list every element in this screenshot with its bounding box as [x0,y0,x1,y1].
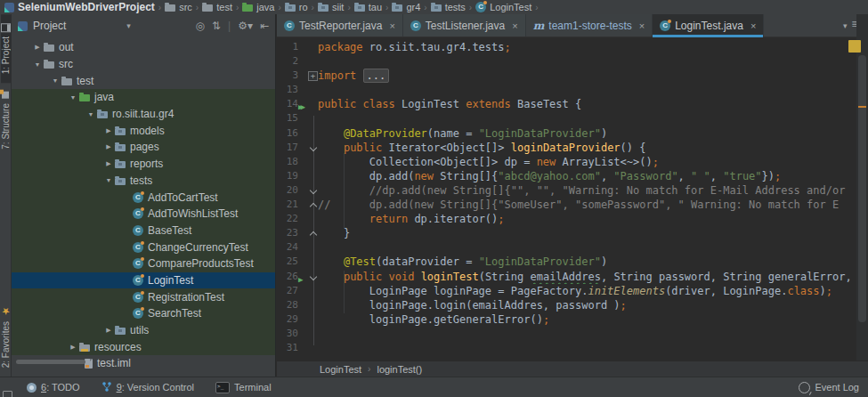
code-line-1[interactable]: 1package ro.siit.tau.gr4.tests; [277,40,868,54]
breadcrumb-item-src[interactable]: src [165,2,192,12]
tree-item-src[interactable]: ▼src [12,56,275,73]
breadcrumb-element-logintest[interactable]: loginTest() [377,364,422,375]
tree-item-addtowishlisttest[interactable]: AddToWishListTest [12,206,275,223]
code-line-19[interactable]: 19 dp.add(new String[]{"abcd@yahoo.com",… [277,169,868,183]
code-line-14[interactable]: 14▶▶public class LoginTest extends BaseT… [277,97,868,111]
breadcrumb-item-tests[interactable]: tests [431,2,466,12]
breadcrumb-item-SeleniumWebDriverProject[interactable]: SeleniumWebDriverProject [4,1,155,13]
editor-tab-logintest-java[interactable]: LoginTest.java× [653,14,764,36]
chevron-collapsed-icon[interactable]: ▶ [67,344,79,351]
code-line-21[interactable]: 21// dp.add(new String[]{"SomeUser", "so… [277,198,868,212]
chevron-down-icon[interactable]: ▾ [126,21,131,30]
code-line-18[interactable]: 18 Collection<Object[]> dp = new ArrayLi… [277,155,868,169]
warning-stripe-mark[interactable] [858,106,866,108]
code-line-13[interactable]: 13 [277,83,868,97]
code-line-28[interactable]: 28 loginPage.login(emailAddres, password… [277,298,868,312]
code-line-29[interactable]: 29 loginPage.getGeneralError(); [277,312,868,327]
code-line-23[interactable]: 23 } [277,226,868,240]
tree-item-logintest[interactable]: LoginTest [12,272,275,289]
chevron-expanded-icon[interactable]: ▼ [102,177,115,183]
close-icon[interactable]: × [639,20,645,31]
tree-item-changecurrencytest[interactable]: ChangeCurrencyTest [12,239,275,255]
chevron-collapsed-icon[interactable]: ▶ [102,127,115,134]
chevron-right-icon: › [385,3,388,12]
tree-item-utils[interactable]: ▶utils [12,322,275,339]
stripe-button--project[interactable]: 1: Project [1,14,11,83]
tree-item-tests[interactable]: ▼tests [12,173,275,190]
code-line-26[interactable]: 26▶ public void loginTest(String emailAd… [277,270,868,284]
status-todo[interactable]: 6: TODO [27,382,80,393]
tree-item-searchtest[interactable]: SearchTest [12,305,275,322]
chevron-collapsed-icon[interactable]: ▶ [102,327,115,334]
stripe-button--favorites[interactable]: 2: Favorites [1,296,11,377]
fold-end-icon[interactable] [310,231,317,239]
fold-collapse-icon[interactable] [310,187,317,194]
breadcrumb-item-ro[interactable]: ro [285,2,308,12]
breadcrumb-item-tau[interactable]: tau [354,2,382,12]
chevron-expanded-icon[interactable]: ▼ [67,94,79,101]
tree-item-resources[interactable]: ▶resources [12,338,275,355]
chevron-expanded-icon[interactable]: ▼ [85,111,97,117]
fold-collapse-icon[interactable] [310,272,317,280]
chevron-down-icon[interactable]: ▾ [843,21,848,30]
code-line-31[interactable]: 31 [277,341,868,355]
breadcrumb-item-siit[interactable]: siit [318,2,344,12]
tree-item-ro-siit-tau-gr4[interactable]: ▼ro.siit.tau.gr4 [12,106,275,123]
editor-tab-testreporter-java[interactable]: TestReporter.java× [277,14,403,36]
stripe-button--structure[interactable]: 7: Structure [1,83,11,158]
editor-tab-testlistener-java[interactable]: TestListener.java× [403,14,526,36]
code-line-22[interactable]: 22 return dp.iterator(); [277,212,868,226]
horizontal-scrollbar[interactable] [16,360,85,364]
fold-collapse-icon[interactable] [310,143,317,150]
collapse-all-icon[interactable]: ⇅ [212,20,221,32]
breadcrumb-element-logintest[interactable]: LoginTest [320,364,361,375]
tree-item-pages[interactable]: ▶pages [12,139,275,156]
fold-end-icon[interactable] [310,203,317,210]
chevron-expanded-icon[interactable]: ▼ [49,77,61,84]
tree-item-registrationtest[interactable]: RegistrationTest [12,288,275,305]
breadcrumb-item-gr4[interactable]: gr4 [392,2,420,12]
code-line-30[interactable]: 30 [277,327,868,341]
chevron-expanded-icon[interactable]: ▼ [31,61,44,68]
tree-item-test[interactable]: ▼test [12,72,275,89]
code-line-17[interactable]: 17 public Iterator<Object[]> loginDataPr… [277,141,868,155]
tree-item-models[interactable]: ▶models [12,122,275,139]
hide-panel-icon[interactable]: ⇤ [260,20,269,32]
vertical-scrollbar[interactable] [856,14,868,377]
tree-item-compareproductstest[interactable]: CompareProductsTest [12,255,275,272]
breadcrumb-item-LoginTest[interactable]: LoginTest [475,2,531,12]
code-line-20[interactable]: 20 //dp.add(new String[]{"", "", "Warnin… [277,183,868,198]
code-line-27[interactable]: 27 LoginPage loginPage = PageFactory.ini… [277,284,868,298]
fold-expand-icon[interactable]: + [308,71,318,81]
editor-tab-team1-store-tests[interactable]: team1-store-tests× [526,14,653,36]
code-editor[interactable]: 1package ro.siit.tau.gr4.tests;23+import… [277,37,868,361]
settings-icon[interactable]: ⚙▾ [238,20,253,32]
code-line-2[interactable]: 2 [277,54,868,69]
code-line-25[interactable]: 25 @Test(dataProvider = "LoginDataProvid… [277,255,868,269]
tree-item-basetest[interactable]: BaseTest [12,223,275,239]
status-terminal[interactable]: Terminal [215,382,272,393]
chevron-collapsed-icon[interactable]: ▶ [102,143,115,150]
status-event-log[interactable]: Event Log [799,382,859,393]
close-icon[interactable]: × [512,20,517,31]
code-token: loginPage.login(emailAddres, password ) [318,299,621,312]
code-line-15[interactable]: 15 [277,111,868,126]
tree-item-java[interactable]: ▼java [12,89,275,106]
code-line-16[interactable]: 16 @DataProvider(name = "LoginDataProvid… [277,126,868,141]
close-icon[interactable]: × [750,20,756,31]
tree-item-reports[interactable]: ▶reports [12,156,275,173]
code-line-24[interactable]: 24 [277,240,868,255]
toolwindow-toggle-icon[interactable] [3,391,12,397]
close-icon[interactable]: × [389,20,394,31]
vertical-scrollbar-thumb[interactable] [858,55,866,322]
chevron-collapsed-icon[interactable]: ▶ [102,160,115,167]
code-line-3[interactable]: 3+import ... [277,69,868,83]
locate-icon[interactable]: ◎ [195,20,204,32]
status-version-control[interactable]: 9: Version Control [101,381,194,394]
tree-item-addtocarttest[interactable]: AddToCartTest [12,189,275,206]
breadcrumb-item-test[interactable]: test [202,2,232,12]
chevron-collapsed-icon[interactable]: ▶ [31,44,44,51]
tree-item-out[interactable]: ▶out [12,39,275,56]
inspection-indicator[interactable] [848,40,861,53]
breadcrumb-item-java[interactable]: java [242,2,274,12]
